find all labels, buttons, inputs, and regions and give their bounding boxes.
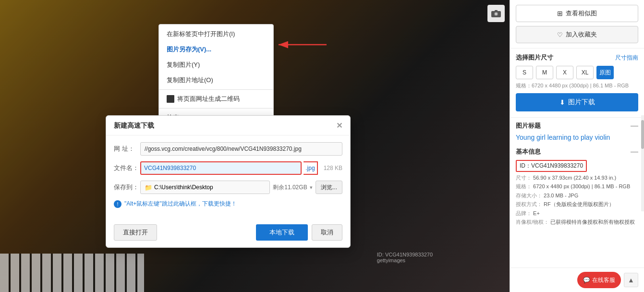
filename-label: 文件名： bbox=[114, 164, 140, 172]
download-dialog: 新建高速下载 ✕ 网 址： 文件名： .jpg 128 KB bbox=[106, 115, 351, 248]
context-menu: 在新标签页中打开图片(I) 图片另存为(V)... 复制图片(Y) 复制图片地址… bbox=[158, 24, 274, 128]
size-spec-text: 规格：6720 x 4480 px (300dpi) | 86.1 MB - R… bbox=[516, 82, 638, 89]
right-sidebar: ⊞ 查看相似图 ♡ 加入收藏夹 选择图片尺寸 尺寸指南 S M X XL 原图 … bbox=[510, 0, 644, 292]
browse-button[interactable]: 浏览... bbox=[316, 181, 342, 194]
size-section-header: 选择图片尺寸 尺寸指南 bbox=[516, 53, 638, 62]
image-id-badge: ID：VCG41N939833270 bbox=[516, 160, 587, 172]
url-label: 网 址： bbox=[114, 145, 140, 153]
context-menu-divider-1 bbox=[159, 89, 273, 90]
info-row-rights: 肖像权/物权： 已获得模特肖像授权和所有物权授权 bbox=[516, 218, 638, 226]
basic-info-section: 基本信息 — ID：VCG41N939833270 尺寸： 56.90 x 37… bbox=[516, 147, 638, 226]
camera-button[interactable] bbox=[487, 5, 505, 22]
download-icon: ⬇ bbox=[559, 98, 565, 106]
context-menu-copy-url[interactable]: 复制图片地址(O) bbox=[159, 73, 273, 88]
saveto-label: 保存到： bbox=[114, 183, 140, 192]
red-arrow bbox=[274, 37, 331, 52]
svg-rect-3 bbox=[495, 10, 498, 12]
img-title-section-header: 图片标题 — bbox=[516, 122, 638, 130]
size-guide-link[interactable]: 尺寸指南 bbox=[615, 54, 638, 62]
basic-info-header: 基本信息 — bbox=[516, 147, 638, 156]
sidebar-top-buttons: ⊞ 查看相似图 ♡ 加入收藏夹 bbox=[510, 0, 644, 49]
sidebar-scrollbar[interactable] bbox=[641, 115, 644, 211]
url-row: 网 址： bbox=[114, 142, 342, 156]
info-row-license: 授权方式： RF（免版税金使用版权图片） bbox=[516, 200, 638, 208]
info-row-storage: 存储大小： 23.0 MB - JPG bbox=[516, 192, 638, 200]
filesize-label: 128 KB bbox=[324, 165, 342, 171]
dialog-title: 新建高速下载 bbox=[114, 122, 154, 130]
dialog-tip: ! "Alt+鼠标左键"跳过此确认框，下载更快捷！ bbox=[114, 200, 342, 208]
svg-point-2 bbox=[495, 13, 498, 15]
tip-text: "Alt+鼠标左键"跳过此确认框，下载更快捷！ bbox=[124, 200, 237, 208]
chat-icon: 💬 bbox=[583, 277, 590, 283]
size-xl-button[interactable]: XL bbox=[576, 66, 594, 79]
context-menu-divider-2 bbox=[159, 108, 273, 109]
size-x-button[interactable]: X bbox=[556, 66, 573, 79]
basic-info-collapse-button[interactable]: — bbox=[631, 147, 638, 156]
filename-ext: .jpg bbox=[304, 161, 317, 175]
sidebar-bottom-bar: 💬 在线客服 ▲ bbox=[510, 268, 644, 292]
size-options: S M X XL 原图 bbox=[516, 66, 638, 79]
size-section-title: 选择图片尺寸 bbox=[516, 53, 553, 62]
context-menu-copy-image[interactable]: 复制图片(Y) bbox=[159, 57, 273, 73]
context-menu-open-tab[interactable]: 在新标签页中打开图片(I) bbox=[159, 26, 273, 42]
cancel-button[interactable]: 取消 bbox=[312, 224, 342, 241]
info-row-spec: 规格： 6720 x 4480 px (300dpi) | 86.1 MB - … bbox=[516, 182, 638, 191]
watermark: ID: VCG41N939833270 gettyimages bbox=[377, 252, 433, 263]
dialog-header: 新建高速下载 ✕ bbox=[106, 116, 350, 135]
saveto-path[interactable]: 📁 C:\Users\think\Desktop bbox=[140, 181, 270, 194]
saveto-wrapper: 📁 C:\Users\think\Desktop 剩余11.02GB ▾ 浏览.… bbox=[140, 181, 342, 194]
basic-info-label: 基本信息 bbox=[516, 147, 541, 156]
dialog-footer: 直接打开 本地下载 取消 bbox=[106, 219, 350, 247]
context-menu-save-as[interactable]: 图片另存为(V)... bbox=[159, 42, 273, 57]
dropdown-arrow-icon: ▾ bbox=[310, 184, 313, 190]
add-favorite-button[interactable]: ♡ 加入收藏夹 bbox=[516, 26, 638, 43]
filename-wrapper: .jpg 128 KB bbox=[140, 161, 342, 175]
image-title: Young girl learning to play violin bbox=[516, 133, 638, 143]
live-chat-button[interactable]: 💬 在线客服 bbox=[577, 272, 621, 288]
img-title-collapse-button[interactable]: — bbox=[631, 122, 638, 130]
image-download-button[interactable]: ⬇ 图片下载 bbox=[516, 93, 638, 111]
heart-icon: ♡ bbox=[557, 31, 563, 38]
sidebar-scrollbar-thumb bbox=[641, 120, 644, 149]
img-title-label: 图片标题 bbox=[516, 122, 541, 130]
sidebar-info-section: 图片标题 — Young girl learning to play violi… bbox=[510, 118, 644, 268]
dialog-body: 网 址： 文件名： .jpg 128 KB 保存到： bbox=[106, 135, 350, 219]
similar-icon: ⊞ bbox=[557, 10, 563, 17]
saveto-path-text: C:\Users\think\Desktop bbox=[154, 184, 213, 191]
photo-background: ID: VCG41N939833270 gettyimages 在新标签页中打开… bbox=[0, 0, 510, 292]
filename-row: 文件名： .jpg 128 KB bbox=[114, 161, 342, 175]
qr-icon bbox=[167, 95, 174, 103]
local-download-button[interactable]: 本地下载 bbox=[256, 224, 308, 241]
url-input[interactable] bbox=[140, 142, 342, 156]
open-directly-button[interactable]: 直接打开 bbox=[114, 224, 157, 241]
size-original-button[interactable]: 原图 bbox=[596, 66, 614, 79]
filename-input[interactable] bbox=[140, 161, 302, 175]
similar-images-button[interactable]: ⊞ 查看相似图 bbox=[516, 5, 638, 22]
saveto-row: 保存到： 📁 C:\Users\think\Desktop 剩余11.02GB … bbox=[114, 181, 342, 194]
size-m-button[interactable]: M bbox=[536, 66, 553, 79]
dialog-close-button[interactable]: ✕ bbox=[336, 122, 342, 130]
main-photo-area: ID: VCG41N939833270 gettyimages 在新标签页中打开… bbox=[0, 0, 510, 292]
folder-icon: 📁 bbox=[145, 184, 152, 191]
footer-right-btns: 本地下载 取消 bbox=[256, 224, 342, 241]
back-to-top-button[interactable]: ▲ bbox=[624, 273, 638, 287]
size-s-button[interactable]: S bbox=[516, 66, 533, 79]
space-info: 剩余11.02GB ▾ bbox=[273, 183, 313, 192]
context-menu-qrcode[interactable]: 将页面网址生成二维码 bbox=[159, 91, 273, 107]
info-row-brand: 品牌： E+ bbox=[516, 209, 638, 218]
tip-icon: ! bbox=[114, 200, 122, 208]
info-row-size: 尺寸： 56.90 x 37.93cm (22.40 x 14.93 in.) bbox=[516, 174, 638, 182]
size-selection-section: 选择图片尺寸 尺寸指南 S M X XL 原图 规格：6720 x 4480 p… bbox=[510, 49, 644, 118]
